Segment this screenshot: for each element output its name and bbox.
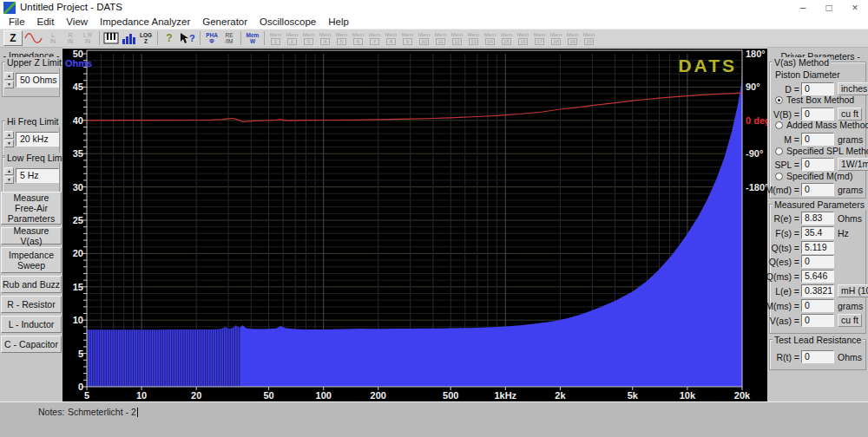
v-b-field[interactable]: 0	[801, 108, 834, 121]
f-s-label: F(s) =	[775, 228, 799, 238]
measure-v-as-button[interactable]: Measure V(as)	[1, 227, 62, 245]
q-ts-field[interactable]: 5.119	[801, 241, 834, 254]
c-capacitor-button[interactable]: C - Capacitor	[1, 336, 62, 353]
memory-slot-17-button[interactable]: Mem17	[531, 30, 548, 46]
bar-graph-icon[interactable]	[121, 30, 136, 46]
memory-slot-4-button[interactable]: Mem4	[317, 30, 333, 46]
context-help-icon[interactable]: ?	[179, 30, 196, 46]
real-imaginary-icon[interactable]: RE/IM	[221, 30, 237, 46]
specified-m-md-radio[interactable]: Specified M(md)	[775, 171, 868, 182]
d-field[interactable]: 0	[801, 82, 834, 95]
memory-slot-18-button[interactable]: Mem18	[548, 30, 564, 46]
m-ms-field[interactable]: 0	[801, 299, 834, 312]
menu-impedance-analyzer[interactable]: Impedance Analyzer	[94, 16, 196, 29]
menu-edit[interactable]: Edit	[31, 16, 61, 29]
r-t-field[interactable]: 0	[801, 350, 834, 363]
r-resistor-button[interactable]: R - Resistor	[1, 296, 62, 313]
memory-write-icon[interactable]: MemW	[245, 30, 260, 46]
cu-ft-unit[interactable]: cu ft	[838, 108, 862, 121]
specified-spl-method-radio[interactable]: Specified SPL Method	[775, 146, 868, 157]
memory-slot-5-button[interactable]: Mem5	[333, 30, 350, 46]
m-md-field[interactable]: 0	[801, 183, 834, 196]
close-button[interactable]: ×	[842, 0, 868, 16]
memory-slot-13-button[interactable]: Mem13	[465, 30, 482, 46]
spin-down-icon[interactable]: ▼	[4, 176, 14, 184]
f-s-field[interactable]: 35.4	[801, 226, 834, 239]
menu-file[interactable]: File	[3, 16, 31, 29]
menu-generator[interactable]: Generator	[196, 16, 253, 29]
x-axis-tick-label: 500	[443, 390, 458, 401]
mh-10k-unit[interactable]: mH (10k)	[838, 284, 868, 297]
memory-slot-2-button[interactable]: Mem2	[284, 30, 300, 46]
memory-slot-6-button[interactable]: Mem6	[350, 30, 366, 46]
radio-button-icon[interactable]	[775, 121, 783, 129]
r-t-label: R(t) =	[776, 352, 799, 362]
impedance-chart[interactable]: 50454035302520151050Ohms5102050100200500…	[62, 48, 767, 401]
memory-slot-9-button[interactable]: Mem9	[399, 30, 416, 46]
sine-wave-icon[interactable]	[24, 30, 43, 46]
memory-slot-14-button[interactable]: Mem14	[482, 30, 498, 46]
memory-slot-11-button[interactable]: Mem11	[432, 30, 449, 46]
low-freq-limit-field[interactable]: 5 Hz	[16, 168, 59, 183]
y-axis-tick-label: 25	[73, 215, 83, 225]
spin-up-icon[interactable]: ▲	[4, 131, 14, 139]
impedance-plot[interactable]: 50454035302520151050Ohms5102050100200500…	[62, 49, 767, 402]
r-e-field[interactable]: 8.83	[801, 212, 834, 225]
maximize-button[interactable]: □	[816, 0, 842, 16]
spin-down-icon[interactable]: ▼	[4, 140, 14, 147]
rub-and-buzz-button[interactable]: Rub and Buzz	[1, 276, 62, 293]
driver-parameters-panel: - Driver Parameters - V(as) Method Pisto…	[767, 48, 868, 401]
spin-up-icon[interactable]: ▲	[4, 167, 14, 175]
spin-up-icon[interactable]: ▲	[4, 72, 14, 80]
impedance-sweep-button[interactable]: ImpedanceSweep	[1, 247, 62, 273]
memory-slot-1-button[interactable]: Mem1	[267, 30, 284, 46]
hi-freq-limit-field[interactable]: 20 kHz	[16, 132, 59, 147]
memory-slot-7-button[interactable]: Mem7	[366, 30, 383, 46]
l-e-field[interactable]: 0.3821	[801, 284, 834, 297]
added-mass-method-radio[interactable]: Added Mass Method	[775, 120, 868, 131]
upper-z-limit-field[interactable]: 50 Ohms	[16, 73, 59, 88]
1w-1m-unit[interactable]: 1W/1m	[838, 158, 868, 171]
q-es-field[interactable]: 0	[801, 255, 834, 268]
impedance-z-icon[interactable]: Z	[3, 30, 23, 46]
menu-view[interactable]: View	[60, 16, 94, 29]
cu-ft-unit[interactable]: cu ft	[838, 314, 862, 327]
l-inductor-button[interactable]: L - Inductor	[1, 316, 62, 333]
r-e-label: R(e) =	[774, 213, 799, 224]
notes-input[interactable]: Schmeterlicht - 2	[68, 407, 138, 417]
m-ms-label: M(ms) =	[766, 301, 799, 311]
memory-slot-12-button[interactable]: Mem12	[449, 30, 465, 46]
help-icon[interactable]: ?	[161, 30, 177, 46]
l-e-row: L(e) =0.3821mH (10k)	[768, 284, 868, 298]
inches-unit[interactable]: inches	[838, 82, 868, 95]
measure-free-air-parameters-button[interactable]: MeasureFree-AirParameters	[1, 192, 62, 225]
stereo-input-icon[interactable]: L RIN	[80, 30, 95, 46]
v-b-row: V(B) =0cu ft	[768, 108, 868, 121]
test-box-method-radio[interactable]: Test Box Method	[775, 95, 868, 106]
memory-slot-15-button[interactable]: Mem15	[498, 30, 515, 46]
menu-oscilloscope[interactable]: Oscilloscope	[253, 16, 322, 29]
m-field[interactable]: 0	[801, 133, 834, 146]
radio-button-icon[interactable]	[775, 96, 783, 104]
x-axis-tick-label: 5	[84, 390, 89, 401]
radio-button-icon[interactable]	[775, 173, 783, 180]
radio-button-icon[interactable]	[775, 147, 783, 155]
piano-keys-icon[interactable]	[103, 30, 119, 46]
left-input-icon[interactable]: LIN	[45, 30, 61, 46]
spin-down-icon[interactable]: ▼	[4, 81, 14, 88]
memory-slot-20-button[interactable]: Mem20	[581, 30, 597, 46]
memory-slot-3-button[interactable]: Mem3	[300, 30, 317, 46]
memory-slot-19-button[interactable]: Mem19	[564, 30, 581, 46]
v-as-field[interactable]: 0	[801, 314, 834, 327]
x-axis-tick-label: 1kHz	[494, 390, 516, 401]
q-ms-field[interactable]: 5.646	[801, 270, 834, 283]
memory-slot-16-button[interactable]: Mem16	[515, 30, 531, 46]
memory-slot-8-button[interactable]: Mem8	[383, 30, 399, 46]
memory-slot-10-button[interactable]: Mem10	[416, 30, 432, 46]
phase-icon[interactable]: PHAΦ	[204, 30, 220, 46]
minimize-button[interactable]: –	[790, 0, 816, 16]
right-input-icon[interactable]: RIN	[62, 30, 78, 46]
log-z-icon[interactable]: LOGZ	[138, 30, 154, 46]
menu-help[interactable]: Help	[322, 16, 355, 29]
spl-field[interactable]: 0	[801, 158, 834, 171]
